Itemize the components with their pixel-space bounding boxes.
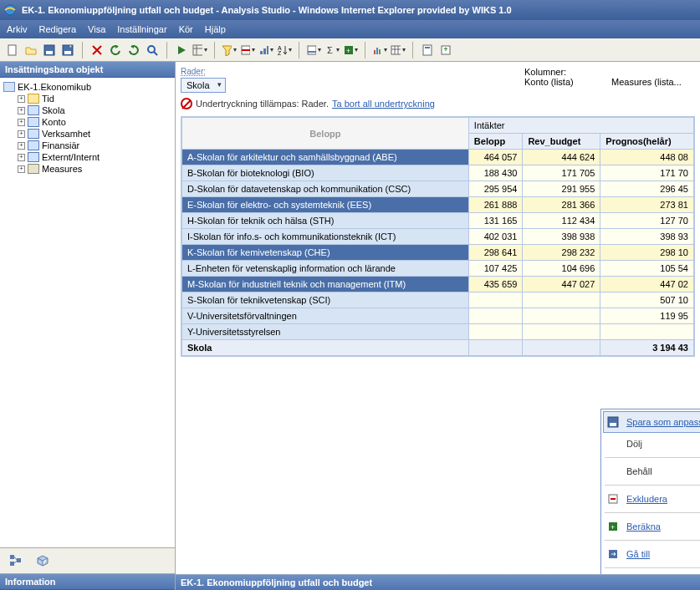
expand-icon[interactable]: + — [18, 165, 25, 173]
cell-value[interactable]: 298 10 — [600, 245, 694, 261]
row-label[interactable]: I-Skolan för info.s- och kommunikationst… — [182, 229, 469, 245]
menu-visa[interactable]: Visa — [88, 24, 105, 34]
open-icon[interactable] — [23, 43, 38, 58]
search-icon[interactable] — [145, 43, 160, 58]
cell-value[interactable]: 104 696 — [523, 261, 600, 277]
cell-value[interactable] — [600, 324, 694, 340]
context-menu-item[interactable]: Dölj — [603, 433, 700, 455]
cell-value[interactable]: 291 955 — [523, 181, 600, 197]
cell-value[interactable]: 444 624 — [523, 150, 600, 165]
subtotal-icon[interactable] — [306, 43, 321, 58]
cell-value[interactable]: 105 54 — [600, 261, 694, 277]
cell-value[interactable]: 448 08 — [600, 150, 694, 165]
remove-suppression-link[interactable]: Ta bort all undertryckning — [332, 99, 435, 109]
expand-icon[interactable]: + — [18, 119, 25, 126]
sort-icon[interactable]: AZ — [277, 43, 292, 58]
new-icon[interactable] — [5, 43, 20, 58]
export-icon[interactable] — [438, 43, 453, 58]
row-label[interactable]: B-Skolan för bioteknologi (BIO) — [182, 165, 469, 181]
row-label[interactable]: L-Enheten för vetenskaplig information o… — [182, 261, 469, 277]
cell-value[interactable]: 273 81 — [600, 197, 694, 213]
save-icon[interactable] — [42, 43, 57, 58]
tree-node-externt[interactable]: +Externt/Internt — [2, 151, 173, 163]
filter-icon[interactable] — [222, 43, 237, 58]
columns-selector-1[interactable]: Konto (lista) — [524, 77, 608, 87]
cell-value[interactable]: 298 232 — [523, 245, 600, 261]
chart-icon[interactable] — [372, 43, 387, 58]
cell-value[interactable] — [468, 324, 523, 340]
menu-arkiv[interactable]: Arkiv — [7, 24, 27, 34]
cell-value[interactable]: 261 888 — [468, 197, 523, 213]
tree-root[interactable]: EK-1.Ekonomikub — [2, 81, 173, 93]
total-label[interactable]: Skola — [182, 340, 469, 356]
context-menu-item[interactable]: Behåll — [603, 460, 700, 482]
top-icon[interactable] — [258, 43, 273, 58]
cell-value[interactable]: 119 95 — [600, 308, 694, 324]
row-label[interactable]: M-Skolan för industriell teknik och mana… — [182, 277, 469, 292]
cell-value[interactable]: 296 45 — [600, 181, 694, 197]
expand-icon[interactable]: + — [18, 95, 25, 103]
cell-value[interactable]: 464 057 — [468, 150, 523, 165]
menu-hjalp[interactable]: Hjälp — [205, 24, 226, 34]
pivot-icon[interactable] — [192, 43, 207, 58]
row-label[interactable]: A-Skolan för arkitektur och samhällsbygg… — [182, 150, 469, 165]
report-icon[interactable] — [420, 43, 435, 58]
context-menu-item[interactable]: Exkludera — [603, 488, 700, 510]
context-menu-item[interactable]: Spara som anpassad uppsättning... — [603, 411, 700, 433]
cell-value[interactable]: 281 366 — [523, 197, 600, 213]
cell-value[interactable]: 107 425 — [468, 261, 523, 277]
expand-icon[interactable]: + — [18, 142, 25, 150]
undo-icon[interactable] — [108, 43, 123, 58]
suppress-icon[interactable] — [240, 43, 255, 58]
menu-installningar[interactable]: Inställningar — [117, 24, 166, 34]
context-menu-item[interactable]: Visa attribut▶ — [603, 571, 700, 574]
tree-view-icon[interactable] — [8, 553, 23, 568]
cell-value[interactable]: 435 659 — [468, 277, 523, 292]
context-menu-item[interactable]: +Beräkna▶ — [603, 516, 700, 537]
col-header-prognos[interactable]: Prognos(helår) — [600, 134, 694, 150]
cell-value[interactable] — [523, 308, 600, 324]
cell-value[interactable] — [468, 292, 523, 308]
saveas-icon[interactable]: * — [60, 43, 75, 58]
cell-value[interactable] — [523, 324, 600, 340]
row-label[interactable]: E-Skolan för elektro- och systemteknik (… — [182, 197, 469, 213]
cell-value[interactable]: 447 027 — [523, 277, 600, 292]
row-label[interactable]: Y-Universitetsstyrelsen — [182, 324, 469, 340]
cell-value[interactable]: 171 705 — [523, 165, 600, 181]
cell-value[interactable]: 112 434 — [523, 213, 600, 229]
row-label[interactable]: D-Skolan för datavetenskap och kommunika… — [182, 181, 469, 197]
expand-icon[interactable]: + — [18, 130, 25, 138]
row-label[interactable]: K-Skolan för kemivetenskap (CHE) — [182, 245, 469, 261]
cell-value[interactable]: 402 031 — [468, 229, 523, 245]
cell-value[interactable]: 298 641 — [468, 245, 523, 261]
column-group-header[interactable]: Intäkter — [468, 118, 693, 134]
expand-icon[interactable]: + — [18, 154, 25, 161]
cell-value[interactable]: 447 02 — [600, 277, 694, 292]
row-label[interactable]: V-Universitetsförvaltningen — [182, 308, 469, 324]
calculate-icon[interactable]: + — [343, 43, 358, 58]
menu-kor[interactable]: Kör — [179, 24, 193, 34]
redo-icon[interactable] — [126, 43, 141, 58]
tree-node-skola[interactable]: +Skola — [2, 104, 173, 116]
cell-value[interactable]: 398 938 — [523, 229, 600, 245]
tree-node-finansiar[interactable]: +Finansiär — [2, 140, 173, 151]
menu-redigera[interactable]: Redigera — [38, 24, 76, 34]
delete-icon[interactable] — [89, 43, 105, 58]
row-label[interactable]: H-Skolan för teknik och hälsa (STH) — [182, 213, 469, 229]
context-menu-item[interactable]: Gå till▶ — [603, 543, 700, 565]
tree-node-konto[interactable]: +Konto — [2, 116, 173, 128]
row-label[interactable]: S-Skolan för teknikvetenskap (SCI) — [182, 292, 469, 308]
cell-value[interactable]: 295 954 — [468, 181, 523, 197]
cell-value[interactable]: 131 165 — [468, 213, 523, 229]
cell-value[interactable]: 127 70 — [600, 213, 694, 229]
expand-icon[interactable]: + — [18, 107, 25, 114]
cell-value[interactable] — [468, 308, 523, 324]
cube-view-icon[interactable] — [35, 553, 50, 568]
cell-value[interactable]: 507 10 — [600, 292, 694, 308]
columns-selector-2[interactable]: Measures (lista... — [611, 77, 695, 87]
cell-value[interactable]: 398 93 — [600, 229, 694, 245]
cell-value[interactable]: 188 430 — [468, 165, 523, 181]
rows-selector[interactable]: Skola — [181, 78, 226, 93]
col-header-revbudget[interactable]: Rev_budget — [523, 134, 600, 150]
cell-value[interactable] — [523, 292, 600, 308]
